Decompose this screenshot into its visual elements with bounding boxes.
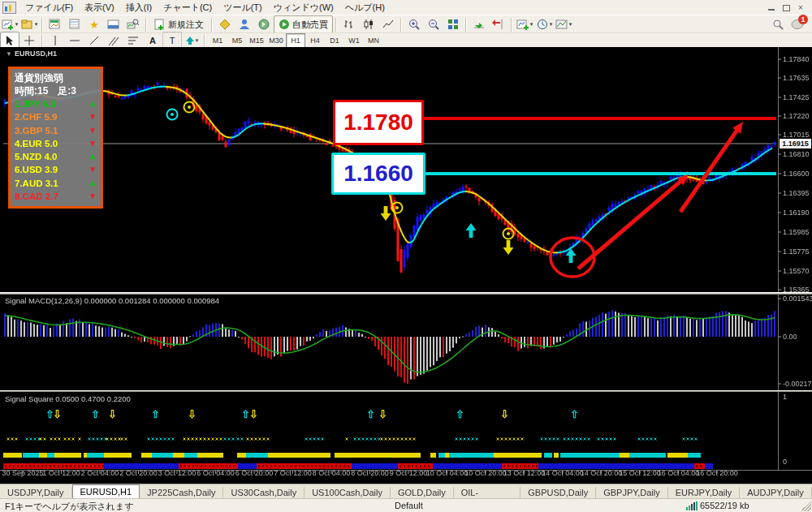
search-icon[interactable] — [772, 19, 784, 31]
menu-item[interactable]: 表示(V) — [79, 0, 120, 15]
one-click-toggle-icon[interactable]: ▼ — [6, 50, 12, 58]
price-axis-label: 1.15775 — [783, 247, 810, 256]
chart-tab[interactable]: AUDJPY,Daily — [740, 487, 812, 499]
square-up-arrow-icon: ⇧ — [91, 409, 100, 419]
timeframe-button-mn[interactable]: MN — [364, 33, 383, 48]
restore-button[interactable] — [781, 3, 791, 12]
status-profile[interactable]: Default — [395, 501, 423, 510]
new-chart-button[interactable]: ▾ — [0, 15, 19, 33]
new-order-button[interactable]: 新規注文 — [149, 15, 209, 33]
indicators-button[interactable]: ▾ — [515, 15, 534, 33]
time-axis-label: 8 Oct 04:00 — [313, 469, 351, 477]
strategy-tester-button[interactable] — [123, 15, 143, 33]
tile-windows-button[interactable] — [443, 15, 463, 33]
terminal-button[interactable] — [104, 15, 123, 33]
chart-tab[interactable]: USDJPY,Daily — [0, 487, 72, 499]
status-bar: F1キーでヘルプが表示されます Default 65522/19 kb — [0, 498, 812, 512]
chart-tab[interactable]: GBPUSD,Daily — [520, 487, 596, 499]
timeframe-button-m30[interactable]: M30 — [266, 33, 286, 48]
square-down-arrow-icon: ⇩ — [249, 409, 258, 419]
timeframe-button-m15[interactable]: M15 — [247, 33, 266, 48]
bar-chart-button[interactable] — [339, 15, 359, 33]
strength-row: 3.GBP 5.1▼ — [15, 124, 97, 137]
panel-splitter[interactable] — [0, 390, 812, 392]
auto-scroll-button[interactable] — [469, 15, 489, 33]
profiles-button[interactable]: ▾ — [19, 15, 39, 33]
market-watch-button[interactable] — [45, 15, 65, 33]
timeframe-button-m5[interactable]: M5 — [227, 33, 247, 48]
chart-tab[interactable]: GOLD,Daily — [391, 487, 454, 499]
square-up-arrow-icon: ⇧ — [456, 409, 464, 419]
signals-icon[interactable] — [254, 15, 274, 33]
menu-bar: ファイル(F)表示(V)挿入(I)チャート(C)ツール(T)ウィンドウ(W)ヘル… — [0, 0, 812, 15]
resize-grip[interactable] — [801, 501, 811, 511]
chart-shift-button[interactable] — [489, 15, 508, 33]
price-axis-label: 1.16600 — [783, 170, 810, 178]
time-axis-label: 14 Oct 20:00 — [581, 469, 623, 477]
menu-item[interactable]: ウィンドウ(W) — [268, 0, 339, 15]
menu-item[interactable]: チャート(C) — [158, 0, 218, 15]
autotrading-button[interactable]: 自動売買 — [274, 15, 333, 33]
candlestick-button[interactable] — [359, 15, 378, 33]
strength-row: 8.CAD 2.7▼ — [15, 190, 97, 203]
square-down-arrow-icon: ⇩ — [53, 409, 62, 419]
autotrading-label: 自動売買 — [292, 19, 328, 31]
chart-tab[interactable]: US30Cash,Daily — [223, 487, 304, 499]
chart-tab[interactable]: EURUSD,H1 — [72, 484, 140, 499]
notifications-icon[interactable]: 1 — [791, 19, 804, 30]
timeframe-button-m1[interactable]: M1 — [208, 33, 227, 48]
time-axis-label: 14 Oct 04:00 — [542, 469, 584, 477]
square-up-arrow-icon: ⇧ — [570, 409, 579, 419]
app-icon — [2, 2, 16, 14]
line-chart-button[interactable] — [378, 15, 398, 33]
strength-row: 5.NZD 4.0▲ — [15, 150, 97, 163]
strength-row-label: 7.AUD 3.1 — [15, 177, 58, 190]
macd-axis-label: 0.00 — [783, 333, 797, 341]
time-axis-label: 15 Oct 12:00 — [619, 469, 661, 477]
chart-tab[interactable]: EURJPY,Daily — [668, 487, 741, 499]
up-triangle-icon: ▲ — [89, 97, 97, 110]
panel-splitter[interactable] — [0, 292, 812, 295]
navigator-button[interactable]: ★ — [84, 15, 104, 33]
new-order-label: 新規注文 — [168, 19, 204, 31]
strength-row-label: 5.NZD 4.0 — [15, 150, 57, 163]
minimize-button[interactable] — [767, 3, 776, 12]
time-axis-label: 3 Oct 12:00 — [158, 469, 197, 477]
community-icon[interactable] — [235, 15, 254, 33]
metaeditor-icon[interactable] — [215, 15, 235, 33]
zoom-in-button[interactable] — [404, 15, 424, 33]
timeframe-button-h4[interactable]: H4 — [305, 33, 325, 48]
price-level-callout-low[interactable]: 1.1660 — [331, 153, 425, 195]
price-axis-label: 1.17425 — [783, 93, 810, 101]
timeframe-button-d1[interactable]: D1 — [325, 33, 344, 48]
strength-row-label: 3.GBP 5.1 — [15, 124, 58, 137]
square-up-arrow-icon: ⇧ — [151, 409, 160, 419]
menu-item[interactable]: 挿入(I) — [120, 0, 158, 15]
menu-item[interactable]: ツール(T) — [218, 0, 268, 15]
down-triangle-icon: ▼ — [89, 190, 97, 203]
timeframe-button-h1[interactable]: H1 — [286, 33, 305, 48]
timeframe-button-w1[interactable]: W1 — [344, 33, 364, 48]
status-help-text: F1キーでヘルプが表示されます — [5, 501, 133, 512]
chart-tab[interactable]: JP225Cash,Daily — [140, 487, 223, 499]
price-axis-label: 1.16395 — [783, 189, 810, 197]
zoom-out-button[interactable] — [424, 15, 443, 33]
menu-item[interactable]: ヘルプ(H) — [339, 0, 391, 15]
templates-button[interactable]: ▾ — [554, 15, 573, 33]
time-axis-label: 16 Oct 20:00 — [696, 469, 738, 477]
macd-indicator-header: Signal MACD(12,26,9) 0.000000 0.001284 0… — [5, 296, 219, 305]
chart-tab[interactable]: GBPJPY,Daily — [596, 487, 668, 499]
square-up-arrow-icon: ⇧ — [366, 409, 375, 419]
square-indicator-header: Signal Square 0.0500 0.4700 0.2200 — [5, 394, 131, 403]
down-triangle-icon: ▼ — [89, 110, 97, 123]
chart-tab[interactable]: OIL-NOV25,Daily — [454, 487, 521, 499]
price-axis-label: 1.17840 — [783, 55, 810, 63]
close-button[interactable]: × — [796, 3, 806, 12]
macd-axis-label: 0.001543 — [783, 295, 812, 303]
price-level-callout-high[interactable]: 1.1780 — [333, 100, 424, 145]
menu-item[interactable]: ファイル(F) — [19, 0, 79, 15]
data-window-button[interactable] — [65, 15, 84, 33]
macd-axis-label: -0.002178 — [783, 380, 812, 388]
periods-button[interactable]: ▾ — [534, 15, 554, 33]
chart-tab[interactable]: US100Cash,Daily — [304, 487, 391, 499]
